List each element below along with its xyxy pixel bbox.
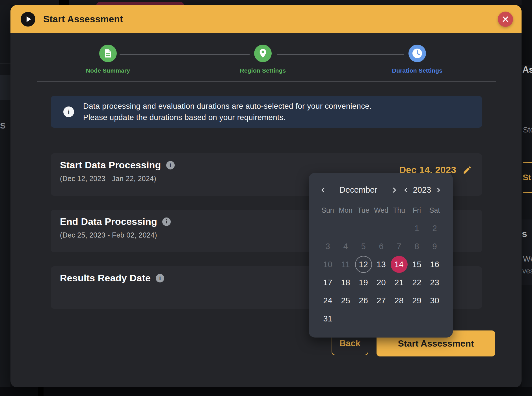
- background-button-fragment: St: [523, 162, 532, 193]
- edit-pencil-icon[interactable]: [462, 165, 472, 175]
- stepper-divider: [37, 81, 496, 82]
- step-region-settings[interactable]: [254, 45, 272, 62]
- background-right-top: [522, 0, 532, 65]
- previous-year-chevron-icon[interactable]: [402, 186, 410, 194]
- weekday-label-wed: Wed: [372, 206, 390, 214]
- step-label-region-settings[interactable]: Region Settings: [212, 67, 314, 74]
- calendar-day-28[interactable]: 28: [391, 292, 408, 309]
- background-heading-fragment: Ass: [522, 64, 532, 75]
- calendar-year-label: 2023: [410, 185, 434, 195]
- calendar-day-14[interactable]: 14: [391, 256, 408, 273]
- end-data-processing-title: End Data Processing: [60, 216, 157, 227]
- calendar-day-6: 6: [373, 238, 390, 255]
- calendar-day-4: 4: [337, 238, 354, 255]
- step-label-duration-settings[interactable]: Duration Settings: [366, 67, 468, 74]
- weekday-label-fri: Fri: [408, 206, 426, 214]
- background-top-strip: [0, 0, 532, 5]
- next-month-chevron-icon[interactable]: [391, 186, 398, 194]
- background-button-fragment-label: St: [523, 173, 531, 182]
- calendar-day-26[interactable]: 26: [355, 292, 372, 309]
- calendar-day-25[interactable]: 25: [337, 292, 354, 309]
- document-icon: [104, 49, 112, 58]
- info-banner: i Data processing and evaluation duratio…: [51, 96, 482, 128]
- background-text-fragment-2: ves: [522, 267, 532, 275]
- modal-title: Start Assessment: [43, 14, 123, 25]
- info-icon[interactable]: i: [166, 161, 175, 169]
- background-bottom-strip: [0, 387, 532, 396]
- calendar-month-label: December: [327, 185, 390, 195]
- background-label-fragment: Sto: [523, 126, 532, 134]
- clock-icon: [412, 48, 423, 59]
- start-data-processing-title: Start Data Processing: [60, 160, 161, 171]
- calendar-day-13[interactable]: 13: [373, 256, 390, 273]
- calendar-day-31[interactable]: 31: [319, 310, 336, 327]
- close-button[interactable]: [498, 12, 513, 27]
- stepper-connector-1: [120, 54, 250, 55]
- calendar-day-5: 5: [355, 238, 372, 255]
- close-icon: [502, 16, 509, 23]
- background-left-panel: [0, 75, 10, 100]
- results-ready-date-title: Results Ready Date: [60, 273, 151, 284]
- calendar-day-8: 8: [408, 238, 425, 255]
- calendar-day-23[interactable]: 23: [426, 274, 443, 291]
- weekday-label-sun: Sun: [319, 206, 337, 214]
- background-black-square: [59, 0, 69, 5]
- background-bottom-square: [38, 387, 44, 396]
- calendar-empty-cell: [390, 219, 408, 237]
- background-left-divider: [0, 64, 10, 64]
- modal-header: Start Assessment: [10, 5, 522, 33]
- background-text-fragment-1: We: [523, 254, 532, 264]
- info-icon[interactable]: i: [162, 217, 171, 226]
- calendar-day-17[interactable]: 17: [319, 274, 336, 291]
- calendar-empty-cell: [372, 219, 390, 237]
- calendar-day-21[interactable]: 21: [391, 274, 408, 291]
- step-label-node-summary[interactable]: Node Summary: [57, 67, 159, 74]
- calendar-day-30[interactable]: 30: [426, 292, 443, 309]
- calendar-empty-cell: [354, 219, 372, 237]
- calendar-day-22[interactable]: 22: [408, 274, 425, 291]
- calendar-day-18[interactable]: 18: [337, 274, 354, 291]
- calendar-day-19[interactable]: 19: [355, 274, 372, 291]
- info-banner-line2: Please update the durations based on you…: [83, 112, 372, 123]
- info-icon[interactable]: i: [156, 274, 164, 282]
- previous-month-chevron-icon[interactable]: [319, 186, 327, 194]
- calendar-day-2: 2: [426, 220, 443, 237]
- calendar-day-1: 1: [408, 220, 425, 237]
- calendar-day-29[interactable]: 29: [408, 292, 425, 309]
- date-picker-popup: December 2023 SunMonTueWedThuFriSat 1234…: [309, 173, 453, 338]
- weekday-label-mon: Mon: [337, 206, 354, 214]
- calendar-day-7: 7: [391, 238, 408, 255]
- calendar-day-15[interactable]: 15: [408, 256, 425, 273]
- weekday-label-sat: Sat: [426, 206, 444, 214]
- next-year-chevron-icon[interactable]: [435, 186, 442, 194]
- calendar-day-27[interactable]: 27: [373, 292, 390, 309]
- calendar-day-12[interactable]: 12: [355, 256, 372, 273]
- info-icon: i: [63, 106, 74, 117]
- weekday-label-thu: Thu: [390, 206, 408, 214]
- location-pin-icon: [259, 49, 267, 58]
- background-bold-fragment: s: [522, 228, 527, 239]
- step-duration-settings[interactable]: [408, 45, 426, 62]
- calendar-empty-cell: [319, 219, 337, 237]
- calendar-day-3: 3: [319, 238, 336, 255]
- calendar-day-20[interactable]: 20: [373, 274, 390, 291]
- calendar-day-16[interactable]: 16: [426, 256, 443, 273]
- calendar-day-11: 11: [337, 256, 354, 273]
- background-left-letter: S: [0, 121, 6, 130]
- info-banner-line1: Data processing and evaluation durations…: [83, 101, 372, 112]
- weekday-row: SunMonTueWedThuFriSat: [319, 206, 444, 214]
- calendar-day-24[interactable]: 24: [319, 292, 336, 309]
- play-icon: [21, 12, 35, 27]
- stepper-connector-2: [277, 54, 404, 55]
- weekday-label-tue: Tue: [354, 206, 372, 214]
- step-node-summary[interactable]: [99, 45, 117, 62]
- calendar-grid: 1234567891011121314151617181920212223242…: [319, 219, 444, 328]
- start-assessment-modal: Start Assessment Node Summary Region Set…: [10, 5, 522, 387]
- calendar-day-10: 10: [319, 256, 336, 273]
- calendar-empty-cell: [337, 219, 354, 237]
- calendar-day-9: 9: [426, 238, 443, 255]
- info-banner-text: Data processing and evaluation durations…: [83, 101, 372, 123]
